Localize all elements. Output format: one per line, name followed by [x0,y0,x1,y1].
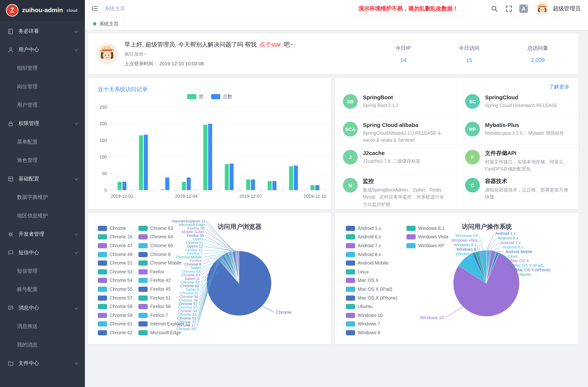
sidebar-item-8[interactable]: 文件中心 [0,354,85,373]
legend-item[interactable]: Windows 7 [346,320,397,328]
sidebar-subitem[interactable]: 我的消息 [0,336,85,354]
legend-item[interactable]: Chrome 55 [98,285,132,293]
bar-总数[interactable] [187,178,191,190]
legend-item[interactable]: Chrome 47 [98,241,132,250]
breadcrumb[interactable]: 系统主页 [105,5,125,12]
legend-item[interactable]: Chrome [98,224,132,233]
username[interactable]: 超级管理员 [553,5,581,12]
bar-您[interactable] [311,185,315,190]
legend-item[interactable]: Chrome 58 [98,302,132,311]
legend-item[interactable]: Chrome 65 [138,241,190,250]
bar-您[interactable] [246,180,250,190]
bar-您[interactable] [182,182,186,190]
legend-item[interactable]: Firefox 42 [138,276,190,285]
bar-您[interactable] [118,182,122,190]
bar-总数[interactable] [315,185,319,190]
font-size-icon[interactable]: A+ [519,4,528,13]
user-avatar[interactable] [535,2,549,16]
learn-more-link[interactable]: 了解更多 [549,84,569,90]
sidebar-item-2[interactable]: 用户中心 [0,41,85,59]
legend-item[interactable]: Chrome 62 [98,328,132,337]
legend-item[interactable]: Firefox 51 [138,294,190,302]
legend-item[interactable]: Firefox 7 [138,311,190,320]
sidebar-subitem[interactable]: 菜单配置 [0,133,85,151]
legend-item[interactable]: Windows Vista [406,233,448,241]
legend-item[interactable]: Mac OS X [346,276,397,285]
sidebar-item-6[interactable]: 短信中心 [0,244,85,262]
legend-item[interactable]: Chrome 49 [98,250,132,259]
legend-item[interactable]: Chrome 53 [98,267,132,276]
legend-item[interactable]: Windows 8.1 [406,224,448,233]
legend-item[interactable]: Windows 8 [346,328,397,337]
bar-总数[interactable] [165,178,169,190]
legend-item[interactable]: Windows 10 [346,311,397,320]
legend-item[interactable]: Mac OS X (iPhone) [346,294,397,302]
legend-item[interactable]: 您 [187,93,204,100]
bar-总数[interactable] [230,164,234,190]
legend-label: Windows 8.1 [418,226,444,231]
legend-item[interactable]: Firefox 56 [138,302,190,311]
legend-item[interactable]: Chrome 64 [138,233,190,241]
legend-item[interactable]: Chrome 59 [98,311,132,320]
legend-item[interactable]: Internet Explorer 11 [138,320,190,328]
legend-swatch [346,252,355,257]
collapse-menu-icon[interactable] [91,5,99,13]
legend-item[interactable]: Chrome 51 [98,259,132,267]
legend-item[interactable]: Android 7.x [346,241,397,250]
legend-item[interactable]: Chrome 57 [98,294,132,302]
app-logo[interactable]: Z zuihou-admin cloud [0,0,85,21]
legend-item[interactable]: Firefox 45 [138,285,190,293]
sidebar-subitem[interactable]: 角色管理 [0,151,85,170]
sidebar-subitem[interactable]: 岗位管理 [0,78,85,96]
bar-总数[interactable] [122,182,126,190]
legend-item[interactable]: Microsoft Edge [138,328,190,337]
bar-总数[interactable] [273,181,276,190]
bar-您[interactable] [289,166,293,190]
sidebar-subitem[interactable]: 消息推送 [0,317,85,336]
sidebar-item-label: 开发者管理 [19,231,75,238]
sidebar-subitem[interactable]: 数据字典维护 [0,188,85,207]
legend-item[interactable]: Ubuntu [346,302,397,311]
sidebar-subitem[interactable]: 账号配置 [0,280,85,299]
bar-总数[interactable] [251,180,255,190]
legend-item[interactable]: 总数 [211,93,232,100]
legend-item[interactable]: Android 8.x [346,250,397,259]
sidebar-item-5[interactable]: 开发者管理 [0,225,85,244]
bar-总数[interactable] [208,124,212,190]
legend-item[interactable]: Chrome 8 [138,250,190,259]
sidebar-subitem[interactable]: 短信管理 [0,262,85,280]
sidebar-subitem[interactable]: 组织管理 [0,59,85,78]
sidebar-subitem[interactable]: 地区信息维护 [0,207,85,225]
legend-item[interactable]: Chrome 63 [138,224,190,233]
bar-您[interactable] [268,181,272,190]
chevron-down-icon [74,306,78,309]
fullscreen-icon[interactable] [505,5,513,13]
legend-item[interactable]: Firefox [138,267,190,276]
legend-item[interactable]: Android 6.x [346,233,397,241]
legend-item[interactable]: Windows XP [406,241,448,250]
bar-您[interactable] [225,164,229,190]
sidebar-item-7[interactable]: 消息中心 [0,299,85,317]
bar-您[interactable] [160,189,165,190]
bar-总数[interactable] [144,135,148,190]
sidebar-item-3[interactable]: 权限管理 [0,114,85,133]
legend-item[interactable]: Chrome 54 [98,276,132,285]
legend-item[interactable]: Android 1.x [346,224,397,233]
sidebar-item-1[interactable]: 务必详看 [0,22,85,41]
bar-您[interactable] [139,135,143,190]
star-link[interactable]: 点个star [259,41,281,47]
sidebar-item-4[interactable]: 基础配置 [0,170,85,188]
legend-item[interactable]: Linux [346,267,397,276]
bar-您[interactable] [203,125,208,190]
tab-home[interactable]: 系统主页 [87,18,124,30]
search-icon[interactable] [491,5,498,13]
legend-item[interactable]: Chrome 61 [98,320,132,328]
legend-item[interactable]: Chrome Mobile [138,259,190,267]
feature-badge: SB [343,94,358,109]
welcome-text: 早上好, 超级管理员, 今天帮别人解决问题了吗 帮我 点个star 吧~ 疯狂加… [124,41,293,67]
sidebar-subitem[interactable]: 用户管理 [0,96,85,114]
bar-总数[interactable] [294,166,298,190]
legend-item[interactable]: Chrome 26 [98,233,132,241]
legend-item[interactable]: Mac OS X (iPad) [346,285,397,293]
legend-item[interactable]: Android Mobile [346,259,397,267]
